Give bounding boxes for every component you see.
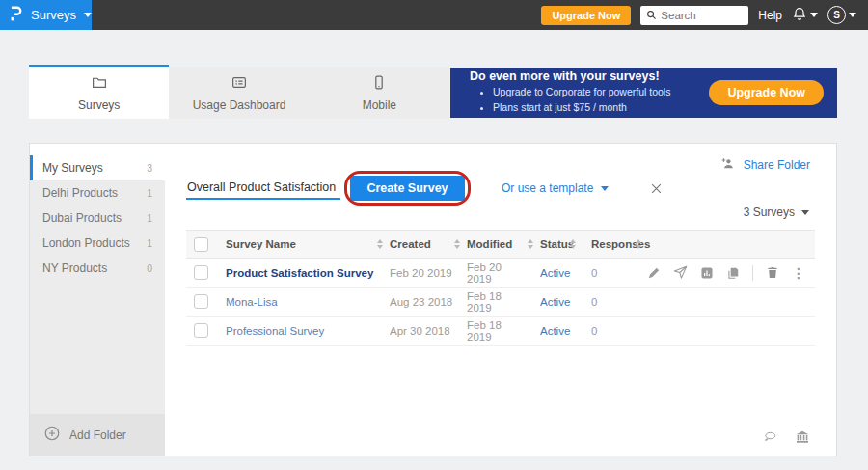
folder-count: 1 bbox=[147, 212, 152, 224]
chevron-down-icon bbox=[849, 13, 856, 17]
add-folder-button[interactable]: Add Folder bbox=[30, 414, 165, 456]
edit-button[interactable] bbox=[647, 266, 661, 280]
surveys-count-dropdown[interactable]: 3 Surveys bbox=[744, 206, 809, 219]
folder-label: Delhi Products bbox=[42, 186, 118, 200]
responses-count: 0 bbox=[583, 325, 636, 337]
dashboard-icon bbox=[230, 74, 249, 94]
select-all-checkbox[interactable] bbox=[194, 237, 208, 252]
sidebar-item-dubai-products[interactable]: Dubai Products 1 bbox=[30, 206, 165, 231]
tab-usage-dashboard[interactable]: Usage Dashboard bbox=[169, 67, 309, 119]
notifications-button[interactable] bbox=[792, 6, 818, 25]
send-icon bbox=[673, 265, 688, 280]
banner-bullet: Upgrade to Corporate for powerful tools bbox=[493, 85, 670, 100]
search-icon bbox=[646, 7, 657, 24]
sidebar-item-my-surveys[interactable]: My Surveys 3 bbox=[30, 155, 165, 180]
help-link[interactable]: Help bbox=[758, 9, 782, 22]
search-box[interactable] bbox=[640, 6, 748, 25]
header-created[interactable]: Created bbox=[390, 238, 454, 250]
sort-icon[interactable] bbox=[454, 239, 467, 249]
status-link[interactable]: Active bbox=[540, 267, 570, 279]
responses-count: 0 bbox=[583, 296, 636, 308]
more-actions-button[interactable]: ⋮ bbox=[792, 266, 805, 280]
create-survey-button[interactable]: Create Survey bbox=[350, 176, 465, 201]
speech-bubble-icon bbox=[762, 430, 778, 444]
banner-title: Do even more with your surveys! bbox=[470, 69, 670, 83]
share-user-icon bbox=[719, 156, 736, 174]
tab-surveys[interactable]: Surveys bbox=[29, 67, 169, 119]
folder-count: 0 bbox=[147, 263, 152, 274]
feedback-button[interactable] bbox=[762, 430, 778, 444]
brand-logo-icon bbox=[10, 5, 23, 26]
header-modified[interactable]: Modified bbox=[467, 238, 528, 250]
upgrade-now-button[interactable]: Upgrade Now bbox=[541, 6, 631, 25]
folder-count: 1 bbox=[147, 237, 152, 249]
created-date: Apr 30 2018 bbox=[390, 325, 454, 337]
folder-count: 3 bbox=[147, 162, 152, 174]
header-status[interactable]: Status bbox=[540, 238, 570, 250]
share-folder-button[interactable]: Share Folder bbox=[719, 156, 810, 174]
survey-name-link[interactable]: Professional Survey bbox=[226, 325, 324, 337]
account-menu[interactable]: S bbox=[827, 6, 856, 24]
copy-button[interactable] bbox=[726, 266, 740, 280]
bank-icon bbox=[795, 429, 810, 445]
table-header-row: Survey Name Created Modified Status Resp… bbox=[186, 230, 815, 259]
sort-icon[interactable] bbox=[528, 239, 540, 249]
row-checkbox[interactable] bbox=[194, 294, 208, 309]
surveys-panel: My Surveys 3 Delhi Products 1 Dubai Prod… bbox=[29, 143, 837, 456]
survey-name-input[interactable] bbox=[186, 177, 340, 200]
status-link[interactable]: Active bbox=[540, 325, 570, 337]
tab-mobile[interactable]: Mobile bbox=[310, 67, 449, 119]
tab-bar: Surveys Usage Dashboard Mobile bbox=[29, 67, 449, 119]
created-date: Feb 20 2019 bbox=[390, 267, 454, 279]
folder-label: NY Products bbox=[42, 262, 107, 275]
modified-date: Feb 20 2019 bbox=[467, 262, 528, 285]
sort-icon[interactable] bbox=[636, 239, 648, 249]
avatar: S bbox=[827, 6, 846, 24]
folder-icon bbox=[90, 74, 109, 94]
chevron-down-icon bbox=[84, 13, 92, 17]
modified-date: Feb 18 2019 bbox=[467, 319, 528, 343]
chevron-down-icon bbox=[601, 186, 609, 191]
sidebar-item-delhi-products[interactable]: Delhi Products 1 bbox=[30, 180, 165, 206]
table-row: Professional Survey Apr 30 2018 Feb 18 2… bbox=[186, 317, 815, 346]
surveys-table: Survey Name Created Modified Status Resp… bbox=[186, 230, 815, 346]
tab-label: Usage Dashboard bbox=[193, 98, 286, 112]
create-survey-row: Create Survey Or use a template bbox=[186, 176, 664, 201]
distribute-button[interactable] bbox=[673, 265, 688, 280]
survey-name-link[interactable]: Mona-Lisa bbox=[226, 296, 278, 308]
folders-sidebar: My Surveys 3 Delhi Products 1 Dubai Prod… bbox=[30, 144, 165, 456]
add-folder-label: Add Folder bbox=[69, 429, 126, 442]
search-input[interactable] bbox=[661, 10, 738, 21]
close-button[interactable] bbox=[649, 181, 664, 196]
panel-footer-tools bbox=[762, 429, 810, 445]
delete-button[interactable] bbox=[766, 265, 779, 280]
status-link[interactable]: Active bbox=[540, 296, 570, 308]
banner-bullets: Upgrade to Corporate for powerful tools … bbox=[470, 85, 670, 116]
reports-button[interactable] bbox=[700, 266, 714, 280]
copy-icon bbox=[726, 266, 740, 280]
tab-label: Surveys bbox=[78, 98, 120, 112]
mobile-icon bbox=[369, 74, 389, 94]
row-checkbox[interactable] bbox=[194, 323, 208, 338]
header-survey-name[interactable]: Survey Name bbox=[226, 238, 377, 250]
row-checkbox[interactable] bbox=[194, 265, 208, 280]
top-bar: Surveys Upgrade Now Help S bbox=[0, 0, 868, 30]
row-actions: ⋮ bbox=[647, 265, 815, 281]
survey-name-link[interactable]: Product Satisfaction Survey bbox=[226, 267, 373, 279]
upgrade-banner: Do even more with your surveys! Upgrade … bbox=[450, 68, 837, 118]
survey-bank-button[interactable] bbox=[795, 429, 810, 445]
sort-icon[interactable] bbox=[377, 239, 390, 249]
header-responses[interactable]: Responses bbox=[583, 238, 636, 250]
banner-upgrade-button[interactable]: Upgrade Now bbox=[709, 80, 824, 105]
created-date: Aug 23 2018 bbox=[390, 296, 454, 308]
sort-icon[interactable] bbox=[570, 239, 583, 249]
sidebar-item-ny-products[interactable]: NY Products 0 bbox=[30, 256, 165, 281]
bell-icon bbox=[792, 6, 807, 25]
tab-label: Mobile bbox=[363, 98, 396, 112]
sidebar-item-london-products[interactable]: London Products 1 bbox=[30, 231, 165, 256]
divider bbox=[752, 265, 753, 281]
product-menu[interactable]: Surveys bbox=[0, 0, 92, 30]
use-template-link[interactable]: Or use a template bbox=[502, 181, 609, 195]
close-icon bbox=[649, 181, 664, 196]
folder-label: My Surveys bbox=[42, 161, 103, 175]
